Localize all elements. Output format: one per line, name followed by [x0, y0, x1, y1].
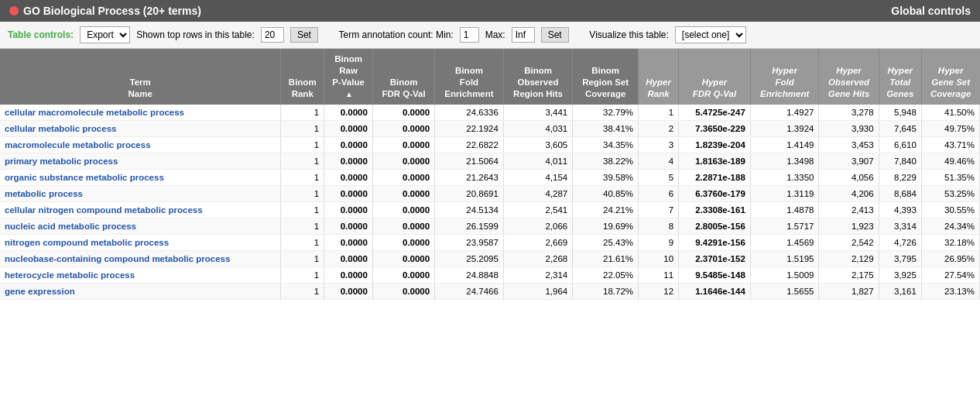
separator-2 — [577, 29, 582, 40]
col-binom-region-set-coverage[interactable]: BinomRegion SetCoverage — [573, 49, 639, 105]
visualize-select[interactable]: [select one] — [675, 26, 746, 43]
table-container: TermName BinomRank BinomRawP-Value▲ Bino… — [0, 49, 980, 300]
cell-binom_fdr_qval: 0.0000 — [372, 250, 434, 267]
cell-binom_fdr_qval: 0.0000 — [372, 120, 434, 136]
cell-hyper_rank: 5 — [639, 169, 679, 185]
cell-hyper_total_genes: 3,795 — [879, 250, 921, 267]
cell-hyper_gene_set_coverage: 51.35% — [921, 169, 979, 185]
cell-hyper_observed_gene_hits: 2,175 — [819, 267, 879, 283]
cell-binom_raw_pvalue: 0.0000 — [324, 267, 373, 283]
table-row: cellular macromolecule metabolic process… — [0, 105, 980, 121]
header-bar: GO Biological Process (20+ terms) Global… — [0, 0, 980, 22]
cell-hyper_fold_enrichment: 1.5717 — [750, 218, 819, 234]
cell-hyper_fdr_qval: 5.4725e-247 — [679, 105, 751, 121]
global-controls-label: Global controls — [891, 5, 971, 17]
cell-binom_fdr_qval: 0.0000 — [372, 267, 434, 283]
cell-hyper_observed_gene_hits: 4,206 — [819, 185, 879, 201]
col-hyper-rank[interactable]: HyperRank — [639, 49, 679, 105]
cell-term_name[interactable]: macromolecule metabolic process — [0, 136, 281, 153]
cell-binom_region_set_coverage: 18.72% — [573, 283, 639, 299]
cell-binom_region_set_coverage: 38.22% — [573, 153, 639, 169]
cell-hyper_fold_enrichment: 1.5655 — [750, 283, 819, 299]
cell-term_name[interactable]: heterocycle metabolic process — [0, 267, 281, 283]
export-select[interactable]: Export — [80, 26, 130, 43]
set-button-1[interactable]: Set — [290, 27, 318, 43]
cell-term_name[interactable]: metabolic process — [0, 185, 281, 201]
col-binom-raw-pvalue[interactable]: BinomRawP-Value▲ — [324, 49, 373, 105]
col-binom-fold-enrichment[interactable]: BinomFoldEnrichment — [435, 49, 504, 105]
cell-hyper_fold_enrichment: 1.4878 — [750, 201, 819, 218]
cell-term_name[interactable]: primary metabolic process — [0, 153, 281, 169]
cell-term_name[interactable]: nucleobase-containing compound metabolic… — [0, 250, 281, 267]
table-header: TermName BinomRank BinomRawP-Value▲ Bino… — [0, 49, 980, 105]
cell-hyper_observed_gene_hits: 3,907 — [819, 153, 879, 169]
visualize-label: Visualize this table: — [589, 29, 669, 40]
term-max-input[interactable] — [512, 27, 535, 43]
cell-term_name[interactable]: cellular macromolecule metabolic process — [0, 105, 281, 121]
cell-term_name[interactable]: cellular nitrogen compound metabolic pro… — [0, 201, 281, 218]
table-row: metabolic process10.00000.000020.86914,2… — [0, 185, 980, 201]
col-hyper-fdr-qval[interactable]: HyperFDR Q-Val — [679, 49, 751, 105]
results-table: TermName BinomRank BinomRawP-Value▲ Bino… — [0, 49, 980, 300]
cell-binom_rank: 1 — [281, 185, 324, 201]
col-term-name: TermName — [0, 49, 281, 105]
col-hyper-observed-gene-hits[interactable]: HyperObservedGene Hits — [819, 49, 879, 105]
cell-hyper_rank: 4 — [639, 153, 679, 169]
cell-hyper_rank: 7 — [639, 201, 679, 218]
shown-top-rows-input[interactable] — [261, 27, 284, 43]
cell-term_name[interactable]: nucleic acid metabolic process — [0, 218, 281, 234]
cell-hyper_observed_gene_hits: 3,278 — [819, 105, 879, 121]
cell-binom_observed_region_hits: 2,541 — [503, 201, 572, 218]
cell-binom_fold_enrichment: 20.8691 — [435, 185, 504, 201]
table-row: cellular nitrogen compound metabolic pro… — [0, 201, 980, 218]
cell-binom_fold_enrichment: 24.6336 — [435, 105, 504, 121]
cell-binom_raw_pvalue: 0.0000 — [324, 136, 373, 153]
col-binom-fdr-qval[interactable]: BinomFDR Q-Val — [372, 49, 434, 105]
col-hyper-total-genes[interactable]: HyperTotalGenes — [879, 49, 921, 105]
col-hyper-gene-set-coverage[interactable]: HyperGene SetCoverage — [921, 49, 979, 105]
table-row: nucleic acid metabolic process10.00000.0… — [0, 218, 980, 234]
cell-term_name[interactable]: gene expression — [0, 283, 281, 299]
col-hyper-fold-enrichment[interactable]: HyperFoldEnrichment — [750, 49, 819, 105]
cell-hyper_fdr_qval: 2.3308e-161 — [679, 201, 751, 218]
cell-hyper_observed_gene_hits: 2,542 — [819, 234, 879, 250]
cell-binom_raw_pvalue: 0.0000 — [324, 169, 373, 185]
table-row: macromolecule metabolic process10.00000.… — [0, 136, 980, 153]
set-button-2[interactable]: Set — [541, 27, 569, 43]
cell-hyper_total_genes: 4,726 — [879, 234, 921, 250]
table-row: cellular metabolic process10.00000.00002… — [0, 120, 980, 136]
cell-binom_observed_region_hits: 2,314 — [503, 267, 572, 283]
cell-hyper_total_genes: 3,161 — [879, 283, 921, 299]
cell-hyper_rank: 8 — [639, 218, 679, 234]
col-binom-observed-region-hits[interactable]: BinomObservedRegion Hits — [503, 49, 572, 105]
cell-binom_raw_pvalue: 0.0000 — [324, 201, 373, 218]
cell-term_name[interactable]: cellular metabolic process — [0, 120, 281, 136]
cell-binom_observed_region_hits: 4,031 — [503, 120, 572, 136]
cell-binom_region_set_coverage: 38.41% — [573, 120, 639, 136]
cell-hyper_fold_enrichment: 1.3924 — [750, 120, 819, 136]
cell-hyper_rank: 10 — [639, 250, 679, 267]
cell-binom_fold_enrichment: 25.2095 — [435, 250, 504, 267]
cell-hyper_fold_enrichment: 1.5195 — [750, 250, 819, 267]
cell-binom_raw_pvalue: 0.0000 — [324, 218, 373, 234]
term-max-label: Max: — [485, 29, 505, 40]
cell-binom_region_set_coverage: 32.79% — [573, 105, 639, 121]
cell-hyper_observed_gene_hits: 1,827 — [819, 283, 879, 299]
cell-hyper_gene_set_coverage: 26.95% — [921, 250, 979, 267]
cell-term_name[interactable]: nitrogen compound metabolic process — [0, 234, 281, 250]
table-row: gene expression10.00000.000024.74661,964… — [0, 283, 980, 299]
cell-hyper_fold_enrichment: 1.4927 — [750, 105, 819, 121]
cell-hyper_gene_set_coverage: 24.34% — [921, 218, 979, 234]
cell-hyper_observed_gene_hits: 3,930 — [819, 120, 879, 136]
term-min-input[interactable] — [460, 27, 479, 43]
cell-hyper_rank: 2 — [639, 120, 679, 136]
cell-hyper_observed_gene_hits: 1,923 — [819, 218, 879, 234]
cell-hyper_fold_enrichment: 1.4149 — [750, 136, 819, 153]
cell-binom_region_set_coverage: 40.85% — [573, 185, 639, 201]
col-binom-rank[interactable]: BinomRank — [281, 49, 324, 105]
cell-hyper_total_genes: 6,610 — [879, 136, 921, 153]
cell-binom_fold_enrichment: 21.2643 — [435, 169, 504, 185]
cell-term_name[interactable]: organic substance metabolic process — [0, 169, 281, 185]
cell-binom_observed_region_hits: 4,011 — [503, 153, 572, 169]
cell-hyper_gene_set_coverage: 23.13% — [921, 283, 979, 299]
